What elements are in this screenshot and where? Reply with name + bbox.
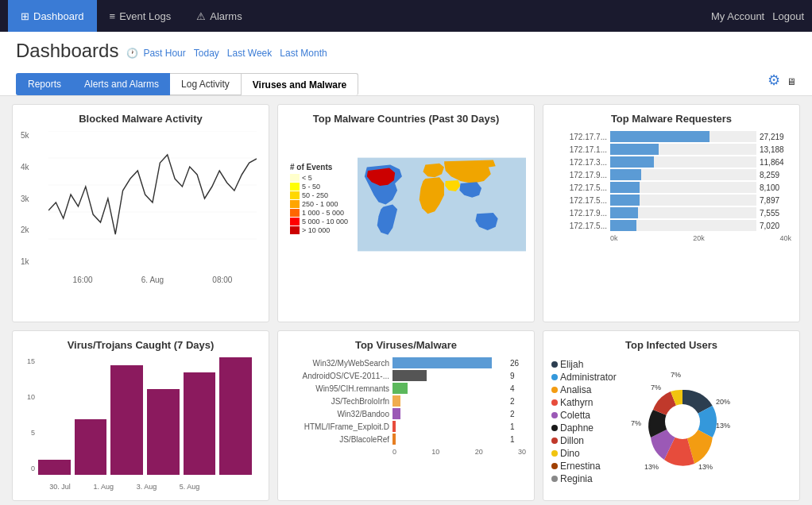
tab-viruses-malware[interactable]: Viruses and Malware	[242, 73, 359, 95]
legend-admin: Administrator	[551, 372, 623, 383]
virus-row-2: Win95/CIH.remnants 4	[286, 383, 526, 394]
svg-text:13%: 13%	[698, 463, 713, 471]
trojans-chart: 15 10 5 0 30. Jul 1. Aug 3. Aug	[21, 357, 261, 492]
y-axis-labels: 5k 4k 3k 2k 1k	[21, 131, 44, 266]
tab-alerts-alarms[interactable]: Alerts and Alarms	[72, 73, 170, 95]
top-grid: Blocked Malware Activity 5k 4k 3k 2k 1k	[12, 104, 800, 322]
requester-row-7: 172.17.5... 7,020	[551, 220, 791, 231]
requester-row-1: 172.17.1... 13,188	[551, 144, 791, 155]
main-content: Blocked Malware Activity 5k 4k 3k 2k 1k	[0, 96, 812, 505]
top-viruses-title: Top Viruses/Malware	[286, 339, 526, 351]
dashboard-icon: ⊞	[21, 10, 29, 22]
virus-row-3: JS/TechBroloIrfn 2	[286, 395, 526, 407]
requesters-list: 172.17.7... 27,219 172.17.1... 13,188 17…	[551, 131, 791, 231]
header-right: ⚙ 🖥	[768, 65, 796, 95]
blocked-malware-chart: 5k 4k 3k 2k 1k	[21, 131, 261, 290]
legend-coletta: Coletta	[551, 410, 623, 421]
time-filter-area: 🕐 Past Hour Today Last Week Last Month	[126, 48, 330, 59]
nav-tab-alarms[interactable]: ⚠ Alarms	[184, 0, 254, 32]
legend-dillon: Dillon	[551, 435, 623, 446]
world-map-container: # of Events < 5 5 - 50 50 - 250	[286, 131, 526, 314]
svg-text:13%: 13%	[716, 422, 730, 430]
svg-text:7%: 7%	[631, 419, 641, 427]
time-filter-last-month[interactable]: Last Month	[280, 48, 327, 59]
legend-color-5	[290, 209, 300, 217]
time-filter-past-hour[interactable]: Past Hour	[143, 48, 185, 59]
map-legend: # of Events < 5 5 - 50 50 - 250	[290, 163, 348, 235]
trojans-x-labels: 30. Jul 1. Aug 3. Aug 5. Aug	[38, 483, 257, 491]
legend-color-2	[290, 183, 300, 191]
legend-elijah: Elijah	[551, 359, 623, 370]
top-countries-title: Top Malware Countries (Past 30 Days)	[286, 113, 526, 125]
trojan-bar-4	[184, 372, 216, 475]
legend-color-4	[290, 200, 300, 208]
requester-row-6: 172.17.9... 7,555	[551, 207, 791, 218]
legend-kathyrn: Kathyrn	[551, 397, 623, 408]
time-filter-today[interactable]: Today	[194, 48, 219, 59]
page-header: Dashboards 🕐 Past Hour Today Last Week L…	[0, 32, 812, 96]
legend-item-4: 250 - 1 000	[290, 200, 348, 208]
svg-point-7	[665, 404, 700, 439]
trojan-bar-2	[110, 365, 143, 475]
top-requesters-title: Top Malware Requesters	[551, 113, 791, 125]
svg-text:7%: 7%	[651, 384, 661, 391]
nav-tab-dashboard[interactable]: ⊞ Dashboard	[8, 0, 97, 32]
logout-link[interactable]: Logout	[772, 10, 804, 22]
settings-icon[interactable]: ⚙	[768, 72, 780, 88]
requester-row-2: 172.17.3... 11,864	[551, 156, 791, 168]
top-requesters-card: Top Malware Requesters 172.17.7... 27,21…	[543, 104, 800, 322]
legend-ernestina: Ernestina	[551, 461, 623, 472]
viruses-x-labels: 0 10 20 30	[286, 448, 526, 456]
legend-analisa: Analisa	[551, 384, 623, 395]
tab-reports[interactable]: Reports	[16, 73, 72, 95]
top-infected-card: Top Infected Users Elijah Administrator …	[543, 330, 800, 501]
donut-chart-svg: 20% 13% 13% 13% 7% 7% 7%	[627, 366, 738, 477]
nav-right-area: My Account Logout	[711, 10, 804, 22]
virus-row-0: Win32/MyWebSearch 26	[286, 357, 526, 368]
x-axis-labels: 16:00 6. Aug 08:00	[48, 270, 257, 290]
line-chart-svg	[48, 131, 257, 266]
trojan-bar-5	[219, 357, 252, 475]
top-navigation: ⊞ Dashboard ≡ Event Logs ⚠ Alarms My Acc…	[0, 0, 812, 32]
trojan-bar-1	[75, 419, 107, 475]
virus-trojans-card: Virus/Trojans Caught (7 Days) 15 10 5 0	[12, 330, 269, 501]
virus-row-1: AndroidOS/CVE-2011-... 9	[286, 370, 526, 381]
requester-row-4: 172.17.5... 8,100	[551, 182, 791, 193]
time-filter-last-week[interactable]: Last Week	[227, 48, 272, 59]
virus-row-4: Win32/Bandoo 2	[286, 408, 526, 419]
legend-color-1	[290, 174, 300, 182]
nav-tab-eventlogs[interactable]: ≡ Event Logs	[97, 0, 184, 32]
viruses-list: Win32/MyWebSearch 26 AndroidOS/CVE-2011-…	[286, 357, 526, 445]
top-countries-card: Top Malware Countries (Past 30 Days)	[277, 104, 535, 322]
legend-item-7: > 10 000	[290, 226, 348, 234]
line-chart-svg-wrapper	[48, 131, 257, 266]
clock-icon: 🕐	[126, 48, 138, 59]
requester-row-0: 172.17.7... 27,219	[551, 131, 791, 142]
my-account-link[interactable]: My Account	[711, 10, 764, 22]
tab-log-activity[interactable]: Log Activity	[170, 73, 242, 95]
trojan-bar-3	[147, 389, 180, 475]
eventlogs-icon: ≡	[110, 10, 116, 22]
requester-x-labels: 0k 20k 40k	[551, 234, 791, 242]
blocked-malware-card: Blocked Malware Activity 5k 4k 3k 2k 1k	[12, 104, 269, 322]
legend-reginia: Reginia	[551, 473, 623, 484]
alarms-icon: ⚠	[196, 10, 206, 22]
legend-daphne: Daphne	[551, 422, 623, 434]
legend-item-3: 50 - 250	[290, 191, 348, 199]
legend-color-6	[290, 218, 300, 226]
requester-row-3: 172.17.9... 8,259	[551, 169, 791, 180]
legend-title: # of Events	[290, 163, 348, 172]
monitor-icon: 🖥	[787, 76, 796, 87]
virus-row-5: HTML/IFrame_Exploit.D 1	[286, 421, 526, 432]
requester-row-5: 172.17.5... 7,897	[551, 195, 791, 206]
blocked-malware-title: Blocked Malware Activity	[21, 113, 261, 125]
virus-row-6: JS/BlacoleRef 1	[286, 434, 526, 445]
legend-dino: Dino	[551, 448, 623, 459]
infected-legend: Elijah Administrator Analisa Kathyrn Col…	[551, 357, 623, 486]
legend-item-1: < 5	[290, 174, 348, 182]
virus-trojans-title: Virus/Trojans Caught (7 Days)	[21, 339, 261, 351]
top-infected-title: Top Infected Users	[551, 339, 791, 351]
legend-color-3	[290, 191, 300, 199]
legend-color-7	[290, 226, 300, 234]
trojans-bars	[38, 357, 257, 475]
